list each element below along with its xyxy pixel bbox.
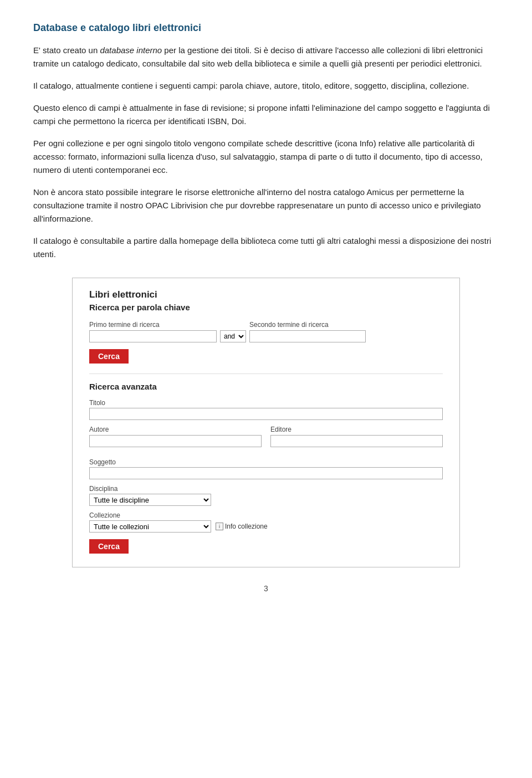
- keyword-row: Primo termine di ricerca and or not Seco…: [89, 321, 443, 342]
- first-term-label: Primo termine di ricerca: [89, 321, 217, 329]
- collezione-controls: Tutte le collezioni i Info collezione: [89, 520, 443, 533]
- search-box-title: Libri elettronici: [89, 289, 443, 300]
- soggetto-input[interactable]: [89, 467, 443, 479]
- info-icon: i: [216, 523, 223, 530]
- second-term-group: Secondo termine di ricerca: [249, 321, 366, 342]
- collezione-row: Collezione Tutte le collezioni i Info co…: [89, 511, 443, 533]
- paragraph-6: Il catalogo è consultabile a partire dal…: [33, 234, 499, 261]
- search-form-container: Libri elettronici Ricerca per parola chi…: [72, 278, 460, 567]
- paragraph-2: Il catalogo, attualmente contiene i segu…: [33, 79, 499, 93]
- autore-input[interactable]: [89, 435, 262, 447]
- disciplina-row: Disciplina Tutte le discipline: [89, 485, 443, 506]
- keyword-search-button[interactable]: Cerca: [89, 349, 129, 364]
- autore-group: Autore: [89, 426, 262, 453]
- page-title: Database e catalogo libri elettronici: [33, 22, 499, 34]
- info-collezione-label: Info collezione: [225, 523, 268, 530]
- operator-select[interactable]: and or not: [220, 330, 246, 342]
- second-term-input[interactable]: [249, 330, 366, 342]
- collezione-select[interactable]: Tutte le collezioni: [89, 520, 211, 533]
- soggetto-row: Soggetto: [89, 458, 443, 479]
- paragraph-4: Per ogni collezione e per ogni singolo t…: [33, 137, 499, 177]
- editore-group: Editore: [270, 426, 443, 453]
- section-divider: [89, 373, 443, 374]
- autore-label: Autore: [89, 426, 262, 433]
- titolo-input[interactable]: [89, 408, 443, 420]
- first-term-input[interactable]: [89, 330, 217, 342]
- info-collezione-link[interactable]: i Info collezione: [216, 523, 268, 530]
- soggetto-label: Soggetto: [89, 458, 443, 466]
- titolo-label: Titolo: [89, 399, 443, 407]
- paragraph-5: Non è ancora stato possibile integrare l…: [33, 186, 499, 226]
- advanced-heading: Ricerca avanzata: [89, 382, 443, 391]
- keyword-search-section: Ricerca per parola chiave Primo termine …: [89, 303, 443, 364]
- disciplina-label: Disciplina: [89, 485, 443, 493]
- collezione-label: Collezione: [89, 511, 443, 519]
- second-term-label: Secondo termine di ricerca: [249, 321, 366, 329]
- paragraph-3: Questo elenco di campi è attualmente in …: [33, 101, 499, 128]
- advanced-search-button[interactable]: Cerca: [89, 539, 129, 554]
- keyword-heading: Ricerca per parola chiave: [89, 303, 443, 312]
- paragraph-1: E' stato creato un database interno per …: [33, 44, 499, 70]
- page-number: 3: [33, 584, 499, 593]
- editore-input[interactable]: [270, 435, 443, 447]
- autore-editore-row: Autore Editore: [89, 426, 443, 453]
- advanced-search-section: Ricerca avanzata Titolo Autore Editore S…: [89, 382, 443, 554]
- first-term-group: Primo termine di ricerca: [89, 321, 217, 342]
- titolo-row: Titolo: [89, 399, 443, 420]
- editore-label: Editore: [270, 426, 443, 433]
- disciplina-select[interactable]: Tutte le discipline: [89, 494, 211, 506]
